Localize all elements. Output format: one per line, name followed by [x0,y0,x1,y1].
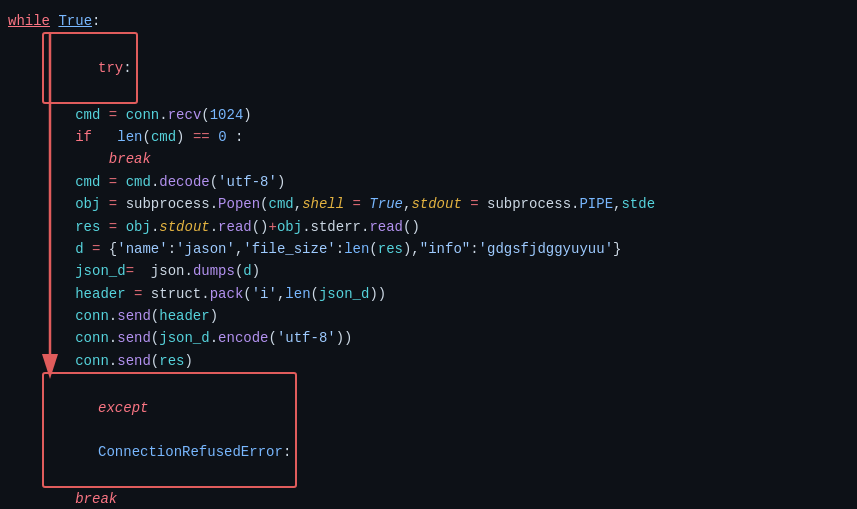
code-line-4: if len(cmd) == 0 : [0,126,857,148]
code-line-11: header = struct.pack('i',len(json_d)) [0,283,857,305]
var-json-d3: json_d [159,327,209,349]
var-conn: conn [126,104,160,126]
var-json-d: json_d [75,260,125,282]
code-line-5: break [0,148,857,170]
string-filesize-key: 'file_size' [243,238,335,260]
code-line-10: json_d = json.dumps(d) [0,260,857,282]
keyword-except: except [98,400,148,416]
var-cmd5: cmd [269,193,294,215]
string-utf8-2: 'utf-8' [277,327,336,349]
number-1024: 1024 [210,104,244,126]
code-line-8: res = obj.stdout.read()+obj.stderr.read(… [0,216,857,238]
string-i: 'i' [252,283,277,305]
var-obj3: obj [277,216,302,238]
attr-stdout: stdout [159,216,209,238]
var-conn2: conn [75,305,109,327]
string-name-key: 'name' [117,238,167,260]
module-subprocess2: subprocess [487,193,571,215]
string-utf8: 'utf-8' [218,171,277,193]
var-cmd3: cmd [75,171,100,193]
attr-stderr: stderr [311,216,361,238]
var-cmd: cmd [75,104,100,126]
var-res: res [75,216,100,238]
string-jason: 'jason' [176,238,235,260]
keyword-while: while [8,10,50,32]
func-decode: decode [159,171,209,193]
var-obj2: obj [126,216,151,238]
string-info-key: "info" [420,238,470,260]
code-line-15: except ConnectionRefusedError: [0,372,857,488]
var-cmd4: cmd [126,171,151,193]
func-send1: send [117,305,151,327]
keyword-if: if [75,126,92,148]
try-highlight-box: try: [42,32,138,103]
keyword-true: True [58,10,92,32]
var-obj: obj [75,193,100,215]
code-line-1: while True: [0,10,857,32]
code-line-12: conn.send(header) [0,305,857,327]
var-conn4: conn [75,350,109,372]
code-line-16: break [0,488,857,509]
code-line-3: cmd = conn.recv(1024) [0,104,857,126]
code-line-13: conn.send(json_d.encode('utf-8')) [0,327,857,349]
func-encode: encode [218,327,268,349]
module-json: json [151,260,185,282]
number-0: 0 [218,126,226,148]
code-line-6: cmd = cmd.decode('utf-8') [0,171,857,193]
keyword-try: try [98,60,123,76]
var-d: d [75,238,83,260]
var-stde: stde [621,193,655,215]
val-true: True [369,193,403,215]
func-read2: read [369,216,403,238]
var-cmd2: cmd [151,126,176,148]
func-send3: send [117,350,151,372]
module-struct: struct [151,283,201,305]
func-dumps: dumps [193,260,235,282]
func-read1: read [218,216,252,238]
var-header: header [75,283,125,305]
code-line-9: d = {'name':'jason','file_size':len(res)… [0,238,857,260]
builtin-len3: len [285,283,310,305]
var-res2: res [378,238,403,260]
var-json-d2: json_d [319,283,369,305]
builtin-len2: len [344,238,369,260]
var-d2: d [243,260,251,282]
keyword-break2: break [75,488,117,509]
var-res3: res [159,350,184,372]
builtin-len: len [117,126,142,148]
string-gdg: 'gdgsfjdggyuyuu' [479,238,613,260]
const-pipe: PIPE [579,193,613,215]
code-editor: while True: try: cmd = conn.recv(1024) i… [0,6,857,509]
code-line-14: conn.send(res) [0,350,857,372]
class-connection-refused: ConnectionRefusedError [98,444,283,460]
code-line-2: try: [0,32,857,103]
module-subprocess: subprocess [126,193,210,215]
code-line-7: obj = subprocess.Popen(cmd,shell = True,… [0,193,857,215]
keyword-break: break [109,148,151,170]
var-shell: shell [302,193,344,215]
func-recv: recv [168,104,202,126]
func-popen: Popen [218,193,260,215]
var-stdout: stdout [411,193,461,215]
func-pack: pack [210,283,244,305]
func-send2: send [117,327,151,349]
var-header2: header [159,305,209,327]
var-conn3: conn [75,327,109,349]
except-highlight-box: except ConnectionRefusedError: [42,372,298,488]
